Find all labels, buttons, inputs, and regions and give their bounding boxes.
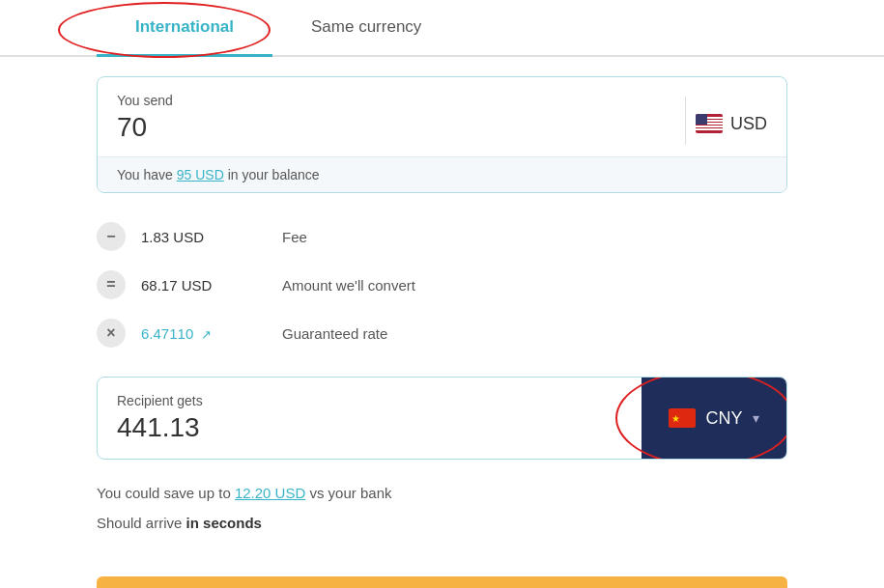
balance-suffix: in your balance: [228, 167, 320, 182]
fee-desc-3: Guaranteed rate: [282, 325, 387, 342]
tab-international[interactable]: International: [97, 0, 272, 57]
fee-row-3: × 6.47110 ↗ Guaranteed rate: [97, 309, 787, 357]
recipient-left: Recipient gets 441.13: [98, 378, 642, 459]
recipient-box: Recipient gets 441.13 CNY ▾: [97, 377, 787, 460]
vertical-divider: [685, 97, 686, 145]
tab-international-label: International: [135, 17, 234, 36]
arrival-text: Should arrive: [97, 515, 182, 531]
currency-right: USD: [675, 93, 767, 145]
tabs-container: International Same currency: [0, 0, 884, 57]
currency-selector-cny[interactable]: CNY ▾: [642, 378, 786, 459]
save-amount[interactable]: 12.20 USD: [235, 485, 305, 501]
send-label: You send: [117, 93, 173, 108]
currency-selector-usd[interactable]: USD: [696, 104, 767, 134]
fee-rows: − 1.83 USD Fee = 68.17 USD Amount we'll …: [97, 212, 787, 357]
rate-value: 6.47110: [141, 325, 193, 342]
minus-symbol: −: [106, 228, 115, 245]
send-box: You send 70 USD You have 95 USD in your …: [97, 76, 787, 193]
chevron-down-icon: ▾: [753, 410, 759, 426]
info-arrival-row: Should arrive in seconds: [97, 513, 787, 535]
tab-same-currency-label: Same currency: [311, 17, 421, 36]
balance-amount[interactable]: 95 USD: [177, 167, 224, 182]
currency-code-usd: USD: [730, 114, 767, 134]
balance-text: You have: [117, 167, 173, 182]
bottom-bar[interactable]: [97, 576, 787, 588]
info-save-row: You could save up to 12.20 USD vs your b…: [97, 483, 787, 505]
fee-amount-2: 68.17 USD: [141, 277, 267, 294]
fee-icon-times: ×: [97, 319, 126, 348]
send-left: You send 70: [117, 93, 173, 143]
trend-up-icon: ↗: [201, 327, 212, 342]
fee-row-2: = 68.17 USD Amount we'll convert: [97, 261, 787, 309]
recipient-label: Recipient gets: [117, 393, 622, 408]
fee-amount-3: 6.47110 ↗: [141, 325, 267, 342]
times-symbol: ×: [106, 324, 115, 342]
fee-desc-2: Amount we'll convert: [282, 277, 415, 294]
currency-code-cny: CNY: [705, 408, 742, 429]
fee-desc-1: Fee: [282, 229, 307, 245]
flag-us-icon: [696, 114, 723, 133]
send-amount[interactable]: 70: [117, 112, 173, 143]
main-content: You send 70 USD You have 95 USD in your …: [0, 57, 884, 576]
fee-amount-1: 1.83 USD: [141, 229, 267, 245]
fee-icon-minus: −: [97, 222, 126, 251]
equals-symbol: =: [106, 276, 115, 294]
arrival-bold: in seconds: [186, 515, 262, 531]
save-text: You could save up to: [97, 485, 231, 501]
recipient-amount: 441.13: [117, 412, 622, 443]
tab-same-currency[interactable]: Same currency: [272, 0, 460, 55]
info-rows: You could save up to 12.20 USD vs your b…: [97, 479, 787, 557]
send-box-top: You send 70 USD: [98, 77, 786, 156]
flag-cn-icon: [669, 408, 696, 428]
fee-row-1: − 1.83 USD Fee: [97, 212, 787, 261]
save-suffix: vs your bank: [309, 485, 391, 501]
send-box-balance: You have 95 USD in your balance: [98, 156, 786, 192]
fee-icon-equals: =: [97, 270, 126, 299]
